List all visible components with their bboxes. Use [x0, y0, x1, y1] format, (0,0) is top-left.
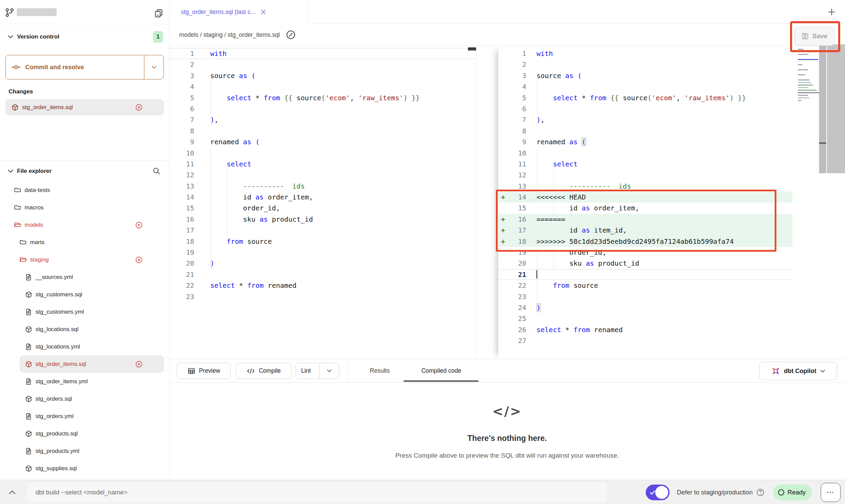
code-line-1[interactable]: 1with: [498, 48, 792, 59]
preview-button[interactable]: Preview: [177, 363, 231, 379]
code-line-18[interactable]: +18>>>>>>> 58c1dd23d5eebd9cd2495fa7124ab…: [498, 236, 792, 247]
discard-change-icon[interactable]: [135, 256, 143, 264]
status-badge[interactable]: Ready: [773, 485, 812, 500]
tree-item--sources-yml[interactable]: __sources.yml: [5, 268, 164, 286]
tree-item-stg-supplies-sql[interactable]: stg_supplies.sql: [5, 460, 164, 477]
code-line-16[interactable]: +16=======: [498, 214, 792, 225]
search-icon[interactable]: [152, 167, 161, 176]
code-line-22[interactable]: 22select * from renamed: [170, 280, 476, 291]
code-line-23[interactable]: 23: [170, 291, 476, 302]
code-line-10[interactable]: 10: [498, 148, 792, 159]
code-line-21[interactable]: 21: [498, 269, 792, 280]
tree-item-stg-orders-sql[interactable]: stg_orders.sql: [5, 390, 164, 407]
lint-button[interactable]: Lint: [296, 363, 339, 379]
code-line-6[interactable]: 6: [498, 103, 792, 114]
code-line-13[interactable]: 13 ---------- ids: [498, 181, 792, 192]
code-line-24[interactable]: 24): [498, 302, 792, 313]
tree-item-stg-customers-yml[interactable]: stg_customers.yml: [5, 303, 164, 321]
copy-files-icon[interactable]: [154, 8, 164, 18]
code-line-1[interactable]: 1with: [170, 48, 476, 59]
help-icon[interactable]: [756, 488, 765, 497]
tab-compiled-code[interactable]: Compiled code: [421, 359, 461, 382]
code-line-13[interactable]: 13 ---------- ids: [170, 181, 476, 192]
code-line-12[interactable]: 12: [498, 169, 792, 180]
tree-item-stg-order-items-sql[interactable]: stg_order_items.sql: [20, 355, 164, 373]
code-line-8[interactable]: 8: [170, 125, 476, 136]
code-line-14[interactable]: +14<<<<<<< HEAD: [498, 192, 792, 203]
scrollbar-track[interactable]: [827, 44, 845, 173]
tree-item-models[interactable]: models: [5, 216, 164, 234]
tree-item-stg-products-yml[interactable]: stg_products.yml: [5, 442, 164, 460]
chevron-up-icon[interactable]: [9, 490, 16, 494]
code-line-5[interactable]: 5 select * from {{ source('ecom', 'raw_i…: [170, 92, 476, 103]
tree-item-staging[interactable]: staging: [5, 251, 164, 268]
code-line-23[interactable]: 23: [498, 291, 792, 302]
tree-item-stg-locations-sql[interactable]: stg_locations.sql: [5, 321, 164, 338]
code-line-22[interactable]: 22 from source: [498, 280, 792, 291]
code-line-15[interactable]: 15 id as order_item,: [498, 203, 792, 213]
tree-item-macros[interactable]: macros: [5, 199, 164, 216]
scrollbar-thumb[interactable]: [468, 47, 476, 50]
version-control-section-header[interactable]: Version control 1: [0, 24, 169, 49]
code-line-9[interactable]: 9renamed as (: [170, 136, 476, 147]
code-line-5[interactable]: 5 select * from {{ source('ecom', 'raw_i…: [498, 92, 792, 103]
code-line-19[interactable]: 19 order_id,: [498, 247, 792, 258]
tree-item-marts[interactable]: marts: [5, 234, 164, 251]
code-line-17[interactable]: 17: [170, 225, 476, 236]
overflow-menu-button[interactable]: ...: [821, 483, 841, 502]
discard-change-icon[interactable]: [135, 221, 143, 229]
code-line-20[interactable]: 20): [170, 258, 476, 269]
editor-minimap[interactable]: [798, 49, 820, 103]
discard-change-icon[interactable]: [135, 103, 143, 112]
code-line-19[interactable]: 19: [170, 247, 476, 258]
code-line-16[interactable]: 16 sku as product_id: [170, 214, 476, 225]
file-explorer-section-header[interactable]: File explorer: [0, 161, 169, 181]
commit-dropdown-button[interactable]: [144, 55, 163, 79]
tree-item-stg-order-items-yml[interactable]: stg_order_items.yml: [5, 373, 164, 390]
dbt-command-input[interactable]: dbt build --select <model_name>: [27, 482, 606, 502]
save-button[interactable]: Save: [794, 27, 834, 46]
minimap-slider[interactable]: [819, 44, 826, 173]
code-line-4[interactable]: 4: [498, 81, 792, 92]
defer-toggle[interactable]: [646, 485, 670, 500]
code-line-14[interactable]: 14 id as order_item,: [170, 192, 476, 203]
code-line-9[interactable]: 9renamed as (: [498, 136, 792, 147]
code-line-7[interactable]: 7),: [498, 114, 792, 125]
tree-item-stg-orders-yml[interactable]: stg_orders.yml: [5, 407, 164, 425]
lint-dropdown-button[interactable]: [319, 363, 339, 379]
code-line-17[interactable]: +17 id as item_id,: [498, 225, 792, 236]
code-line-10[interactable]: 10: [170, 148, 476, 159]
tree-item-data-tests[interactable]: data-tests: [5, 181, 164, 199]
tab-stg-order-items[interactable]: stg_order_items.sql (last c...: [170, 0, 307, 24]
code-line-8[interactable]: 8: [498, 125, 792, 136]
code-line-2[interactable]: 2: [170, 59, 476, 70]
code-line-25[interactable]: 25: [498, 313, 792, 324]
dbt-copilot-button[interactable]: dbt Copilot: [759, 362, 837, 380]
code-line-3[interactable]: 3source as (: [498, 70, 792, 81]
tree-item-stg-locations-yml[interactable]: stg_locations.yml: [5, 338, 164, 355]
discard-change-icon[interactable]: [135, 360, 143, 368]
code-line-6[interactable]: 6: [170, 103, 476, 114]
commit-and-resolve-button[interactable]: Commit and resolve: [5, 55, 164, 79]
tree-item-stg-customers-sql[interactable]: stg_customers.sql: [5, 286, 164, 303]
code-line-15[interactable]: 15 order_id,: [170, 203, 476, 213]
close-icon[interactable]: [260, 9, 266, 15]
code-line-12[interactable]: 12: [170, 169, 476, 180]
new-tab-plus-icon[interactable]: [827, 8, 836, 16]
lineage-compass-icon[interactable]: [285, 29, 296, 40]
code-line-21[interactable]: 21: [170, 269, 476, 280]
code-line-26[interactable]: 26select * from renamed: [498, 324, 792, 335]
code-line-20[interactable]: 20 sku as product_id: [498, 258, 792, 269]
code-line-18[interactable]: 18 from source: [170, 236, 476, 247]
tree-item-stg-products-sql[interactable]: stg_products.sql: [5, 425, 164, 442]
code-line-4[interactable]: 4: [170, 81, 476, 92]
changed-file-item[interactable]: stg_order_items.sql: [5, 99, 164, 116]
editor-pane-last-commit[interactable]: 1with23source as (45 select * from {{ so…: [170, 46, 476, 359]
code-line-11[interactable]: 11 select: [170, 159, 476, 169]
code-line-7[interactable]: 7),: [170, 114, 476, 125]
code-line-11[interactable]: 11 select: [498, 159, 792, 169]
editor-pane-current[interactable]: 1with23source as (45 select * from {{ so…: [498, 46, 845, 359]
code-line-27[interactable]: 27: [498, 335, 792, 346]
code-line-3[interactable]: 3source as (: [170, 70, 476, 81]
tab-results[interactable]: Results: [370, 359, 390, 382]
